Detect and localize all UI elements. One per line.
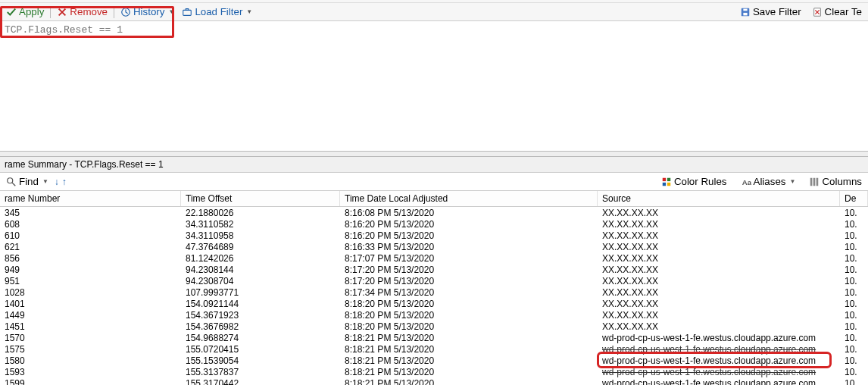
table-row[interactable]: 1575155.07204158:18:21 PM 5/13/2020wd-pr…	[0, 343, 868, 355]
col-dest[interactable]: De	[840, 191, 868, 206]
svg-point-6	[8, 177, 13, 183]
cell-source: wd-prod-cp-us-west-1-fe.westus.cloudapp.…	[598, 377, 840, 385]
grid-body[interactable]: 34522.18800268:16:08 PM 5/13/2020XX.XX.X…	[0, 207, 868, 385]
col-source[interactable]: Source	[598, 191, 840, 206]
load-filter-button[interactable]: Load Filter ▼	[179, 5, 255, 19]
cell-source: XX.XX.XX.XX	[598, 275, 840, 286]
color-rules-button[interactable]: Color Rules	[658, 174, 730, 189]
col-frame-number[interactable]: rame Number	[0, 191, 181, 206]
svg-rect-9	[663, 182, 666, 185]
chevron-down-icon: ▼	[168, 8, 174, 15]
col-time-offset[interactable]: Time Offset	[181, 191, 340, 206]
table-row[interactable]: 1451154.36769828:18:20 PM 5/13/2020XX.XX…	[0, 321, 868, 332]
cell-frame: 1451	[0, 321, 181, 332]
cell-frame: 1401	[0, 298, 181, 309]
chevron-down-icon: ▼	[42, 178, 48, 185]
cell-offset: 155.0720415	[181, 343, 340, 355]
cell-frame: 1028	[0, 286, 181, 298]
cell-frame: 1570	[0, 332, 181, 343]
save-filter-label: Save Filter	[753, 6, 801, 17]
table-row[interactable]: 1570154.96882748:18:21 PM 5/13/2020wd-pr…	[0, 332, 868, 343]
aliases-button[interactable]: Aa Aliases ▼	[738, 174, 799, 189]
svg-rect-4	[743, 8, 747, 11]
table-row[interactable]: 60834.31105828:16:20 PM 5/13/2020XX.XX.X…	[0, 218, 868, 230]
find-button[interactable]: Find ▼	[3, 174, 52, 189]
save-icon	[740, 7, 751, 17]
cell-dest: 10.	[840, 355, 868, 366]
find-right-toolbar: Color Rules Aa Aliases ▼ Columns	[658, 174, 865, 189]
filter-expression-input[interactable]	[2, 23, 866, 37]
find-icon	[6, 177, 17, 187]
cell-source: XX.XX.XX.XX	[598, 286, 840, 298]
cell-time: 8:18:20 PM 5/13/2020	[340, 298, 598, 309]
cell-dest: 10.	[840, 264, 868, 275]
history-button[interactable]: History ▼	[117, 5, 177, 19]
cell-source: XX.XX.XX.XX	[598, 241, 840, 252]
cell-time: 8:16:08 PM 5/13/2020	[340, 207, 598, 218]
cell-dest: 10.	[840, 207, 868, 218]
table-row[interactable]: 1028107.99937718:17:34 PM 5/13/2020XX.XX…	[0, 286, 868, 298]
cell-source: XX.XX.XX.XX	[598, 218, 840, 230]
chevron-down-icon: ▼	[789, 178, 795, 185]
cell-offset: 154.0921144	[181, 298, 340, 309]
table-row[interactable]: 1593155.31378378:18:21 PM 5/13/2020wd-pr…	[0, 366, 868, 377]
separator	[50, 6, 51, 18]
table-row[interactable]: 34522.18800268:16:08 PM 5/13/2020XX.XX.X…	[0, 207, 868, 218]
col-time-date[interactable]: Time Date Local Adjusted	[340, 191, 598, 206]
cell-frame: 1449	[0, 309, 181, 321]
svg-rect-13	[813, 177, 816, 186]
table-row[interactable]: 1449154.36719238:18:20 PM 5/13/2020XX.XX…	[0, 309, 868, 321]
cell-source: XX.XX.XX.XX	[598, 309, 840, 321]
save-filter-button[interactable]: Save Filter	[737, 5, 804, 19]
cell-dest: 10.	[840, 366, 868, 377]
svg-rect-1	[183, 10, 192, 15]
clear-button[interactable]: Clear Te	[809, 5, 865, 19]
svg-rect-12	[810, 177, 813, 186]
cell-offset: 154.3676982	[181, 321, 340, 332]
find-next-up-button[interactable]: ↑	[62, 177, 67, 187]
history-label: History	[133, 6, 164, 17]
apply-button[interactable]: Apply	[3, 5, 47, 19]
cell-source: wd-prod-cp-us-west-1-fe.westus.cloudapp.…	[598, 332, 840, 343]
table-row[interactable]: 94994.23081448:17:20 PM 5/13/2020XX.XX.X…	[0, 264, 868, 275]
clear-icon	[812, 7, 823, 17]
table-row[interactable]: 1599155.31704428:18:21 PM 5/13/2020wd-pr…	[0, 377, 868, 385]
table-row[interactable]: 1580155.15390548:18:21 PM 5/13/2020wd-pr…	[0, 355, 868, 366]
columns-button[interactable]: Columns	[806, 174, 865, 189]
remove-button[interactable]: Remove	[54, 5, 111, 19]
cell-frame: 949	[0, 264, 181, 275]
cell-source: XX.XX.XX.XX	[598, 321, 840, 332]
table-row[interactable]: 61034.31109588:16:20 PM 5/13/2020XX.XX.X…	[0, 230, 868, 241]
cell-source: XX.XX.XX.XX	[598, 207, 840, 218]
table-row[interactable]: 62147.37646898:16:33 PM 5/13/2020XX.XX.X…	[0, 241, 868, 252]
table-row[interactable]: 95194.23087048:17:20 PM 5/13/2020XX.XX.X…	[0, 275, 868, 286]
cell-dest: 10.	[840, 286, 868, 298]
cell-time: 8:18:21 PM 5/13/2020	[340, 377, 598, 385]
aliases-icon: Aa	[741, 177, 751, 187]
cell-dest: 10.	[840, 377, 868, 385]
cell-offset: 94.2308144	[181, 264, 340, 275]
columns-icon	[809, 177, 820, 187]
filter-editor-area[interactable]	[0, 39, 868, 151]
remove-label: Remove	[70, 6, 108, 17]
remove-icon	[57, 7, 67, 17]
find-label: Find	[19, 176, 39, 187]
cell-dest: 10.	[840, 230, 868, 241]
load-filter-icon	[182, 7, 192, 17]
cell-frame: 608	[0, 218, 181, 230]
cell-time: 8:18:20 PM 5/13/2020	[340, 321, 598, 332]
cell-time: 8:17:20 PM 5/13/2020	[340, 275, 598, 286]
cell-time: 8:18:21 PM 5/13/2020	[340, 343, 598, 355]
find-toolbar: Find ▼ ↓ ↑ Color Rules Aa Aliases ▼ Colu…	[0, 173, 868, 191]
cell-offset: 34.3110582	[181, 218, 340, 230]
apply-label: Apply	[19, 6, 44, 17]
cell-dest: 10.	[840, 298, 868, 309]
splitter[interactable]	[0, 151, 868, 157]
table-row[interactable]: 85681.12420268:17:07 PM 5/13/2020XX.XX.X…	[0, 252, 868, 264]
cell-time: 8:17:34 PM 5/13/2020	[340, 286, 598, 298]
table-row[interactable]: 1401154.09211448:18:20 PM 5/13/2020XX.XX…	[0, 298, 868, 309]
cell-frame: 610	[0, 230, 181, 241]
cell-offset: 155.1539054	[181, 355, 340, 366]
find-next-down-button[interactable]: ↓	[55, 177, 59, 187]
svg-rect-10	[667, 182, 670, 185]
